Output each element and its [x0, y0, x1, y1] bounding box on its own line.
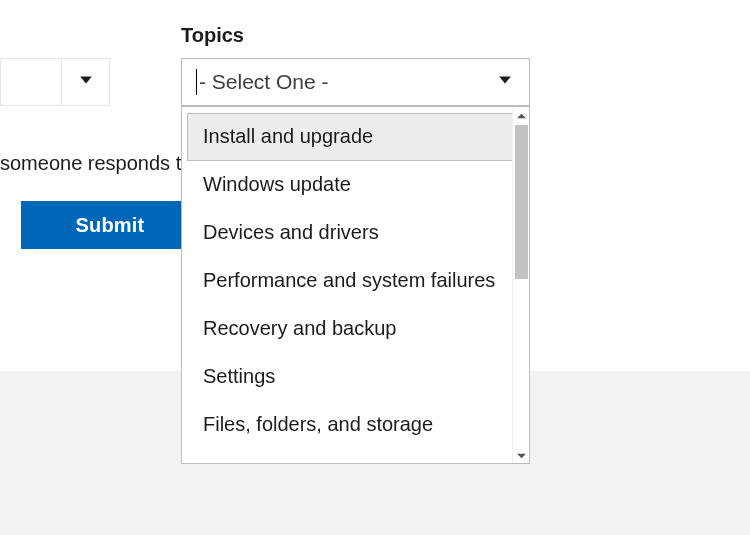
dropdown-option[interactable]: Recovery and backup	[187, 305, 524, 353]
topics-label: Topics	[181, 24, 244, 47]
scrollbar-thumb[interactable]	[515, 125, 528, 279]
chevron-up-icon	[517, 107, 526, 125]
submit-button[interactable]: Submit	[21, 201, 199, 249]
chevron-down-icon	[498, 73, 512, 91]
secondary-select-field	[1, 59, 61, 105]
chevron-down-icon	[79, 73, 93, 91]
topics-select[interactable]: - Select One -	[181, 58, 530, 106]
dropdown-option[interactable]: Settings	[187, 353, 524, 401]
text-cursor	[196, 69, 197, 95]
secondary-select[interactable]	[0, 58, 110, 106]
dropdown-option[interactable]: Files, folders, and storage	[187, 401, 524, 449]
secondary-select-caret-button[interactable]	[61, 59, 109, 105]
dropdown-option[interactable]: Devices and drivers	[187, 209, 524, 257]
scrollbar-track[interactable]	[512, 107, 529, 463]
dropdown-option[interactable]: Windows update	[187, 161, 524, 209]
topics-select-placeholder: - Select One -	[182, 69, 481, 95]
dropdown-option[interactable]: Install and upgrade	[187, 113, 524, 161]
chevron-down-icon	[517, 446, 526, 464]
topics-placeholder-text: - Select One -	[199, 70, 329, 94]
scroll-up-button[interactable]	[513, 107, 530, 124]
dropdown-option[interactable]: Performance and system failures	[187, 257, 524, 305]
topics-select-caret-button[interactable]	[481, 59, 529, 105]
topics-dropdown[interactable]: Install and upgradeWindows updateDevices…	[181, 106, 530, 464]
submit-button-label: Submit	[76, 214, 145, 237]
scroll-down-button[interactable]	[513, 446, 530, 463]
